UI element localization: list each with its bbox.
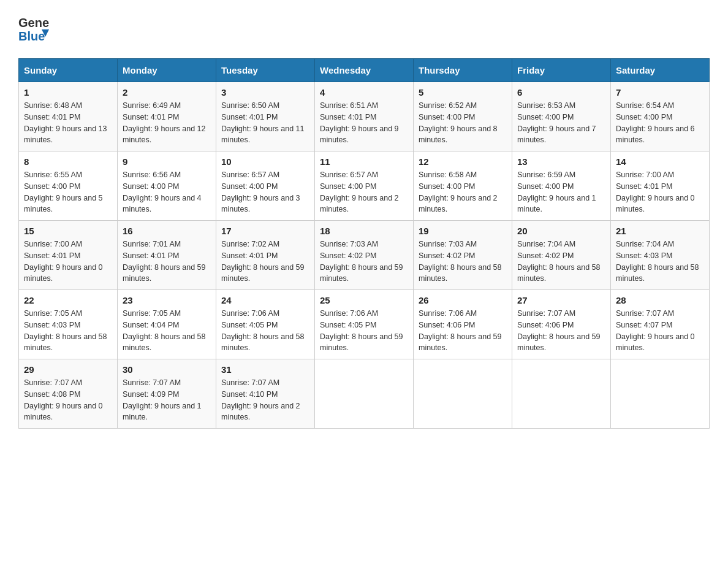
- calendar-cell: 24 Sunrise: 7:06 AM Sunset: 4:05 PM Dayl…: [216, 290, 315, 359]
- day-info: Sunrise: 6:58 AM Sunset: 4:00 PM Dayligh…: [419, 169, 507, 215]
- calendar-cell: [315, 359, 414, 429]
- day-info: Sunrise: 6:59 AM Sunset: 4:00 PM Dayligh…: [517, 169, 605, 215]
- calendar-cell: 13 Sunrise: 6:59 AM Sunset: 4:00 PM Dayl…: [512, 151, 611, 221]
- calendar-cell: 15 Sunrise: 7:00 AM Sunset: 4:01 PM Dayl…: [19, 221, 118, 290]
- day-info: Sunrise: 6:51 AM Sunset: 4:01 PM Dayligh…: [320, 100, 408, 146]
- day-number: 21: [616, 226, 704, 236]
- day-info: Sunrise: 7:03 AM Sunset: 4:02 PM Dayligh…: [320, 239, 408, 285]
- day-info: Sunrise: 7:00 AM Sunset: 4:01 PM Dayligh…: [616, 169, 704, 215]
- svg-text:General: General: [18, 16, 49, 29]
- week-row: 22 Sunrise: 7:05 AM Sunset: 4:03 PM Dayl…: [19, 290, 710, 359]
- day-number: 23: [123, 295, 211, 305]
- calendar-cell: 27 Sunrise: 7:07 AM Sunset: 4:06 PM Dayl…: [512, 290, 611, 359]
- day-number: 13: [517, 156, 605, 167]
- page-header: General Blue: [18, 12, 710, 46]
- day-info: Sunrise: 7:05 AM Sunset: 4:03 PM Dayligh…: [24, 308, 112, 354]
- calendar-cell: 16 Sunrise: 7:01 AM Sunset: 4:01 PM Dayl…: [118, 221, 216, 290]
- day-info: Sunrise: 6:56 AM Sunset: 4:00 PM Dayligh…: [123, 169, 211, 215]
- day-number: 30: [123, 364, 211, 375]
- calendar-cell: 11 Sunrise: 6:57 AM Sunset: 4:00 PM Dayl…: [315, 151, 414, 221]
- column-header-saturday: Saturday: [611, 59, 710, 82]
- day-info: Sunrise: 7:07 AM Sunset: 4:10 PM Dayligh…: [221, 377, 309, 423]
- day-info: Sunrise: 7:06 AM Sunset: 4:06 PM Dayligh…: [419, 308, 507, 354]
- day-number: 25: [320, 295, 408, 305]
- day-info: Sunrise: 6:55 AM Sunset: 4:00 PM Dayligh…: [24, 169, 112, 215]
- calendar-cell: 21 Sunrise: 7:04 AM Sunset: 4:03 PM Dayl…: [611, 221, 710, 290]
- day-info: Sunrise: 7:04 AM Sunset: 4:03 PM Dayligh…: [616, 239, 704, 285]
- day-number: 9: [123, 156, 211, 167]
- day-info: Sunrise: 7:01 AM Sunset: 4:01 PM Dayligh…: [123, 239, 211, 285]
- day-number: 6: [517, 87, 605, 98]
- calendar-table: SundayMondayTuesdayWednesdayThursdayFrid…: [18, 58, 710, 429]
- day-number: 16: [123, 226, 211, 236]
- day-number: 2: [123, 87, 211, 98]
- day-info: Sunrise: 6:49 AM Sunset: 4:01 PM Dayligh…: [123, 100, 211, 146]
- day-info: Sunrise: 7:07 AM Sunset: 4:09 PM Dayligh…: [123, 377, 211, 423]
- calendar-cell: 18 Sunrise: 7:03 AM Sunset: 4:02 PM Dayl…: [315, 221, 414, 290]
- calendar-cell: 22 Sunrise: 7:05 AM Sunset: 4:03 PM Dayl…: [19, 290, 118, 359]
- day-info: Sunrise: 6:52 AM Sunset: 4:00 PM Dayligh…: [419, 100, 507, 146]
- calendar-cell: 4 Sunrise: 6:51 AM Sunset: 4:01 PM Dayli…: [315, 82, 414, 151]
- svg-text:Blue: Blue: [18, 29, 45, 43]
- week-row: 15 Sunrise: 7:00 AM Sunset: 4:01 PM Dayl…: [19, 221, 710, 290]
- day-number: 24: [221, 295, 309, 305]
- day-number: 26: [419, 295, 507, 305]
- day-number: 12: [419, 156, 507, 167]
- day-number: 5: [419, 87, 507, 98]
- day-number: 7: [616, 87, 704, 98]
- column-header-sunday: Sunday: [19, 59, 118, 82]
- calendar-cell: 14 Sunrise: 7:00 AM Sunset: 4:01 PM Dayl…: [611, 151, 710, 221]
- day-info: Sunrise: 7:02 AM Sunset: 4:01 PM Dayligh…: [221, 239, 309, 285]
- calendar-cell: 7 Sunrise: 6:54 AM Sunset: 4:00 PM Dayli…: [611, 82, 710, 151]
- day-info: Sunrise: 7:07 AM Sunset: 4:08 PM Dayligh…: [24, 377, 112, 423]
- calendar-cell: 3 Sunrise: 6:50 AM Sunset: 4:01 PM Dayli…: [216, 82, 315, 151]
- day-number: 1: [24, 87, 112, 98]
- day-number: 28: [616, 295, 704, 305]
- day-number: 29: [24, 364, 112, 375]
- calendar-cell: 23 Sunrise: 7:05 AM Sunset: 4:04 PM Dayl…: [118, 290, 216, 359]
- calendar-cell: 30 Sunrise: 7:07 AM Sunset: 4:09 PM Dayl…: [118, 359, 216, 429]
- day-info: Sunrise: 7:06 AM Sunset: 4:05 PM Dayligh…: [320, 308, 408, 354]
- day-number: 10: [221, 156, 309, 167]
- day-info: Sunrise: 6:57 AM Sunset: 4:00 PM Dayligh…: [221, 169, 309, 215]
- calendar-cell: 5 Sunrise: 6:52 AM Sunset: 4:00 PM Dayli…: [414, 82, 512, 151]
- calendar-cell: 1 Sunrise: 6:48 AM Sunset: 4:01 PM Dayli…: [19, 82, 118, 151]
- day-info: Sunrise: 7:07 AM Sunset: 4:07 PM Dayligh…: [616, 308, 704, 354]
- day-info: Sunrise: 7:07 AM Sunset: 4:06 PM Dayligh…: [517, 308, 605, 354]
- column-header-tuesday: Tuesday: [216, 59, 315, 82]
- calendar-cell: 2 Sunrise: 6:49 AM Sunset: 4:01 PM Dayli…: [118, 82, 216, 151]
- day-number: 15: [24, 226, 112, 236]
- day-number: 19: [419, 226, 507, 236]
- calendar-cell: 29 Sunrise: 7:07 AM Sunset: 4:08 PM Dayl…: [19, 359, 118, 429]
- day-info: Sunrise: 7:06 AM Sunset: 4:05 PM Dayligh…: [221, 308, 309, 354]
- day-info: Sunrise: 7:05 AM Sunset: 4:04 PM Dayligh…: [123, 308, 211, 354]
- week-row: 29 Sunrise: 7:07 AM Sunset: 4:08 PM Dayl…: [19, 359, 710, 429]
- calendar-cell: 10 Sunrise: 6:57 AM Sunset: 4:00 PM Dayl…: [216, 151, 315, 221]
- day-info: Sunrise: 6:54 AM Sunset: 4:00 PM Dayligh…: [616, 100, 704, 146]
- day-number: 17: [221, 226, 309, 236]
- day-number: 8: [24, 156, 112, 167]
- day-info: Sunrise: 7:03 AM Sunset: 4:02 PM Dayligh…: [419, 239, 507, 285]
- calendar-cell: 6 Sunrise: 6:53 AM Sunset: 4:00 PM Dayli…: [512, 82, 611, 151]
- day-number: 31: [221, 364, 309, 375]
- day-info: Sunrise: 6:53 AM Sunset: 4:00 PM Dayligh…: [517, 100, 605, 146]
- calendar-cell: [414, 359, 512, 429]
- column-header-thursday: Thursday: [414, 59, 512, 82]
- day-info: Sunrise: 6:48 AM Sunset: 4:01 PM Dayligh…: [24, 100, 112, 146]
- calendar-cell: 28 Sunrise: 7:07 AM Sunset: 4:07 PM Dayl…: [611, 290, 710, 359]
- calendar-cell: 17 Sunrise: 7:02 AM Sunset: 4:01 PM Dayl…: [216, 221, 315, 290]
- calendar-cell: [611, 359, 710, 429]
- calendar-cell: 19 Sunrise: 7:03 AM Sunset: 4:02 PM Dayl…: [414, 221, 512, 290]
- calendar-cell: [512, 359, 611, 429]
- column-header-friday: Friday: [512, 59, 611, 82]
- day-number: 4: [320, 87, 408, 98]
- calendar-cell: 20 Sunrise: 7:04 AM Sunset: 4:02 PM Dayl…: [512, 221, 611, 290]
- calendar-cell: 31 Sunrise: 7:07 AM Sunset: 4:10 PM Dayl…: [216, 359, 315, 429]
- logo-icon: General Blue: [18, 12, 49, 46]
- day-info: Sunrise: 6:50 AM Sunset: 4:01 PM Dayligh…: [221, 100, 309, 146]
- day-info: Sunrise: 7:00 AM Sunset: 4:01 PM Dayligh…: [24, 239, 112, 285]
- calendar-cell: 8 Sunrise: 6:55 AM Sunset: 4:00 PM Dayli…: [19, 151, 118, 221]
- calendar-cell: 25 Sunrise: 7:06 AM Sunset: 4:05 PM Dayl…: [315, 290, 414, 359]
- day-number: 27: [517, 295, 605, 305]
- calendar-cell: 9 Sunrise: 6:56 AM Sunset: 4:00 PM Dayli…: [118, 151, 216, 221]
